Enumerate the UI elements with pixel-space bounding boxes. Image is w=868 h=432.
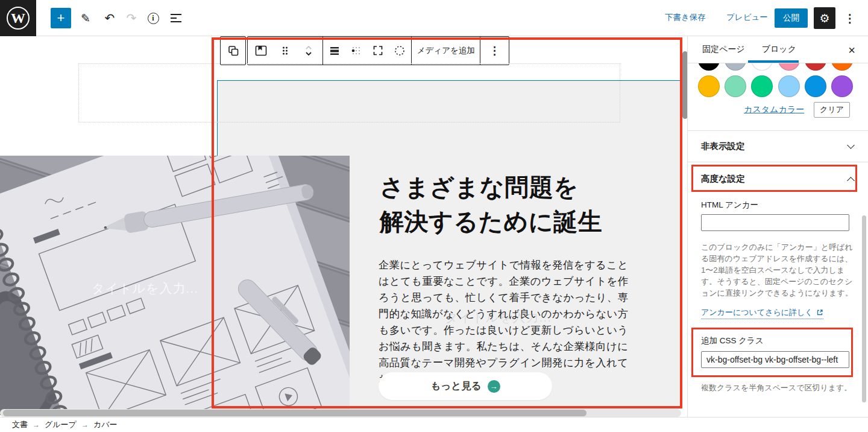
canvas-horizontal-scrollbar[interactable] xyxy=(0,409,681,417)
color-swatch[interactable] xyxy=(698,63,720,71)
block-type-button[interactable] xyxy=(251,39,271,63)
chevron-up-icon xyxy=(847,177,855,185)
anchor-link-label: アンカーについてさらに詳しく xyxy=(701,307,813,318)
color-swatch[interactable] xyxy=(725,63,746,71)
pencil-icon: ✎ xyxy=(81,11,90,25)
move-up-icon xyxy=(306,46,311,49)
more-button[interactable]: もっと見る → xyxy=(379,372,552,400)
wordpress-logo-button[interactable]: W xyxy=(0,0,36,36)
css-class-input[interactable] xyxy=(701,351,849,368)
add-block-button[interactable]: + xyxy=(51,8,71,28)
move-down-icon xyxy=(306,52,311,55)
wordpress-logo-icon: W xyxy=(7,7,30,30)
full-height-toggle-button[interactable] xyxy=(368,39,388,63)
color-swatch[interactable] xyxy=(831,75,853,97)
color-swatch[interactable] xyxy=(751,75,773,97)
tab-block[interactable]: ブロック xyxy=(762,36,796,63)
kebab-icon: ⋮ xyxy=(489,44,500,57)
html-anchor-input[interactable] xyxy=(701,214,849,231)
anchor-learn-more-link[interactable]: アンカーについてさらに詳しく xyxy=(701,307,823,319)
color-swatch[interactable] xyxy=(778,63,800,71)
color-swatch[interactable] xyxy=(725,75,746,97)
position-matrix-icon xyxy=(349,43,363,58)
palette-tools: カスタムカラー クリア xyxy=(744,102,850,118)
block-options-button[interactable]: ⋮ xyxy=(485,39,505,63)
overlapping-squares-icon xyxy=(226,43,241,58)
block-toolbar-parent-group xyxy=(220,36,246,65)
color-swatch[interactable] xyxy=(805,63,826,71)
edit-mode-button[interactable]: ✎ xyxy=(76,8,95,28)
breadcrumb-item[interactable]: カバー xyxy=(93,419,118,430)
settings-toggle-button[interactable]: ⚙ xyxy=(814,7,835,29)
panel-hidden-settings[interactable]: 非表示設定 xyxy=(688,131,868,162)
align-icon xyxy=(327,43,342,58)
anchor-help-text: このブロックのみに「アンカー」と呼ばれる固有のウェブアドレスを作成するには、1〜… xyxy=(701,241,855,299)
css-class-help-text: 複数クラスを半角スペースで区切ります。 xyxy=(701,382,855,393)
drag-handle[interactable] xyxy=(275,39,295,63)
external-link-icon xyxy=(816,309,823,316)
breadcrumb: 文書→グループ→カバー xyxy=(12,419,118,430)
color-swatch[interactable] xyxy=(831,63,853,71)
block-toolbar-block-section xyxy=(248,37,322,65)
color-palette-row-2 xyxy=(698,75,853,97)
options-menu-button[interactable]: ⋮ xyxy=(841,10,858,27)
breadcrumb-bar: 文書→グループ→カバー xyxy=(0,417,868,432)
color-swatch[interactable] xyxy=(778,75,800,97)
breadcrumb-arrow-icon: → xyxy=(81,421,89,429)
undo-button[interactable]: ↶ xyxy=(100,8,119,28)
cover-block-icon xyxy=(254,43,268,58)
cover-heading-line1: さまざまな問題を xyxy=(380,170,639,205)
html-anchor-label: HTML アンカー xyxy=(701,200,758,211)
canvas-vertical-scrollbar-thumb[interactable] xyxy=(682,51,687,119)
breadcrumb-item[interactable]: グループ xyxy=(45,419,77,430)
block-toolbar: メディアを追加 ⋮ xyxy=(247,36,509,65)
select-parent-block-button[interactable] xyxy=(223,39,244,63)
cover-heading-line2: 解決するために誕生 xyxy=(380,205,639,239)
post-title-placeholder[interactable]: タイトルを入力... xyxy=(92,280,198,297)
editor-canvas: さまざまな問題を 解決するために誕生 企業にとってウェブサイトで情報を発信をする… xyxy=(0,36,687,417)
publish-button[interactable]: 公開 xyxy=(775,8,808,28)
close-icon: × xyxy=(848,43,855,57)
preview-button[interactable]: プレビュー xyxy=(726,12,768,23)
info-icon: i xyxy=(148,13,159,24)
duotone-circle-icon xyxy=(392,43,407,58)
color-swatch[interactable] xyxy=(698,75,720,97)
full-height-icon xyxy=(371,43,385,58)
sidebar-content: カスタムカラー クリア 非表示設定 高度な設定 HTML アンカー このブロック… xyxy=(688,63,868,416)
redo-button[interactable]: ↷ xyxy=(122,8,141,28)
block-toolbar-media-section: メディアを追加 xyxy=(411,37,480,65)
clear-color-button[interactable]: クリア xyxy=(814,102,850,118)
horizontal-scrollbar-thumb[interactable] xyxy=(3,410,587,416)
block-mover[interactable] xyxy=(298,39,319,63)
custom-color-link[interactable]: カスタムカラー xyxy=(744,104,804,115)
content-position-button[interactable] xyxy=(346,39,366,63)
alignment-button[interactable] xyxy=(324,39,345,63)
save-draft-button[interactable]: 下書き保存 xyxy=(665,12,706,23)
add-media-button[interactable]: メディアを追加 xyxy=(417,45,475,56)
sidebar-header: 固定ページ ブロック × xyxy=(688,36,868,63)
cover-heading[interactable]: さまざまな問題を 解決するために誕生 xyxy=(380,170,639,239)
css-class-label: 追加 CSS クラス xyxy=(701,335,764,346)
undo-icon: ↶ xyxy=(105,11,115,25)
arrow-circle-icon: → xyxy=(488,380,500,393)
color-swatch[interactable] xyxy=(805,75,826,97)
tab-page[interactable]: 固定ページ xyxy=(702,36,745,63)
duotone-filter-button[interactable] xyxy=(389,39,410,63)
more-button-label: もっと見る xyxy=(430,380,481,393)
color-palette-row-1 xyxy=(698,63,853,71)
hidden-settings-label: 非表示設定 xyxy=(701,141,745,152)
breadcrumb-item[interactable]: 文書 xyxy=(12,419,28,430)
editor-top-bar: W + ✎ ↶ ↷ i 下書き保存 プレビュー 公開 ⚙ ⋮ xyxy=(0,0,868,36)
panel-advanced-settings[interactable]: 高度な設定 xyxy=(688,162,868,195)
settings-sidebar: 固定ページ ブロック × カスタムカラー クリア 非表示設定 高度な設定 HTM… xyxy=(687,36,868,417)
list-view-button[interactable] xyxy=(166,8,186,28)
details-button[interactable]: i xyxy=(143,8,163,28)
color-swatch[interactable] xyxy=(751,63,773,71)
close-sidebar-button[interactable]: × xyxy=(844,42,860,58)
block-toolbar-format-section xyxy=(322,37,412,65)
redo-icon: ↷ xyxy=(127,11,137,25)
sidebar-scrollbar-thumb[interactable] xyxy=(862,215,866,402)
empty-block-outline[interactable] xyxy=(78,63,620,122)
cover-paragraph[interactable]: 企業にとってウェブサイトで情報を発信をすることはとても重要なことです。企業のウェ… xyxy=(379,257,628,387)
list-view-icon xyxy=(171,12,181,25)
